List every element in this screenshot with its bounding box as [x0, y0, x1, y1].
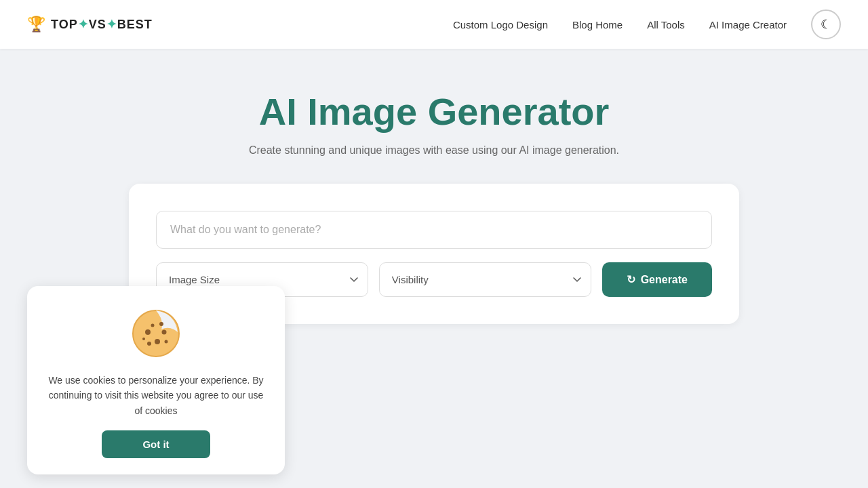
cookie-message: We use cookies to personalize your exper…	[46, 373, 266, 418]
nav-blog-home[interactable]: Blog Home	[572, 19, 623, 30]
logo-text: TOP✦VS✦BEST	[51, 17, 153, 32]
svg-point-2	[155, 339, 160, 344]
nav-custom-logo-design[interactable]: Custom Logo Design	[453, 19, 548, 30]
generate-label: Generate	[641, 274, 688, 286]
svg-point-5	[159, 322, 163, 326]
page-title: AI Image Generator	[259, 89, 610, 134]
cookie-icon	[129, 306, 183, 361]
navbar: 🏆 TOP✦VS✦BEST Custom Logo Design Blog Ho…	[0, 0, 868, 49]
moon-icon: ☾	[821, 17, 831, 32]
generate-button[interactable]: ↻ Generate	[602, 262, 712, 297]
trophy-icon: 🏆	[27, 16, 45, 33]
nav-ai-image-creator[interactable]: AI Image Creator	[709, 19, 787, 30]
refresh-icon: ↻	[627, 273, 635, 286]
page-subtitle: Create stunning and unique images with e…	[249, 144, 619, 157]
theme-toggle-button[interactable]: ☾	[811, 9, 841, 39]
svg-point-1	[145, 329, 151, 335]
svg-point-4	[147, 342, 151, 346]
svg-point-0	[133, 310, 179, 357]
got-it-button[interactable]: Got it	[102, 430, 210, 458]
svg-point-7	[165, 340, 168, 343]
svg-point-6	[151, 323, 155, 327]
logo[interactable]: 🏆 TOP✦VS✦BEST	[27, 16, 153, 33]
svg-point-3	[162, 329, 167, 334]
visibility-select[interactable]: Visibility Public Private	[379, 262, 591, 297]
nav-all-tools[interactable]: All Tools	[647, 19, 685, 30]
cookie-banner: We use cookies to personalize your exper…	[27, 286, 285, 474]
nav-links: Custom Logo Design Blog Home All Tools A…	[453, 9, 841, 39]
prompt-input[interactable]	[156, 211, 712, 249]
svg-point-8	[142, 338, 145, 340]
